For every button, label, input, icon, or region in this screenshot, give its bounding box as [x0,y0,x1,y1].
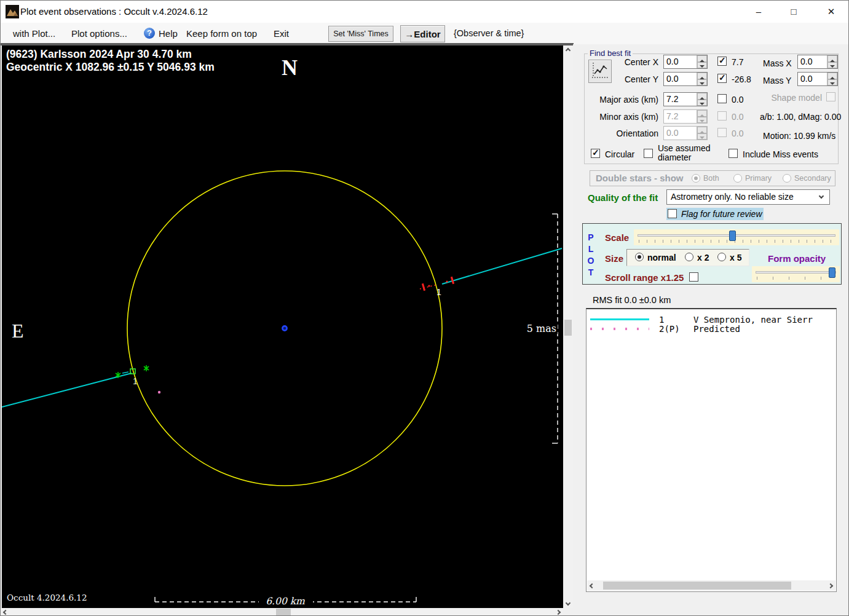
legend-sample-1 [590,315,652,324]
plot-header-line2: Geocentric X 1082.96 ±0.15 Y 5046.93 km [6,61,215,73]
app-icon [6,5,19,18]
major-axis-label: Major axis (km) [586,95,658,105]
plot-version-label: Occult 4.2024.6.12 [7,593,87,602]
menu-exit[interactable]: Exit [274,28,289,39]
legend-sample-2 [590,324,652,333]
ab-dmag-label: a/b: 1.00, dMag: 0.00 [760,112,840,122]
double-stars-title: Double stars - show [596,173,684,183]
close-button[interactable]: ✕ [821,4,842,19]
chord1-left-label: 1 [133,376,138,386]
use-assumed-diameter-checkbox[interactable] [644,149,653,158]
title-bar: Plot event observations : Occult v.4.202… [1,1,848,23]
major-axis-up-icon[interactable] [697,93,707,100]
mass-x-down-icon[interactable] [827,62,837,69]
include-miss-events-checkbox[interactable] [729,149,738,158]
double-stars-secondary-label: Secondary [794,174,831,183]
center-y-field[interactable]: 0.0 [663,72,708,86]
menu-help[interactable]: Help [159,28,178,39]
fit-x-checkbox[interactable] [717,57,727,66]
scale-slider[interactable] [634,229,839,245]
size-x5-radio[interactable] [717,253,726,261]
flag-review-row: Flag for future review [666,208,764,220]
double-stars-both-radio [692,174,700,183]
scroll-range-checkbox[interactable] [689,272,698,282]
fit-y-checkbox[interactable] [717,74,727,83]
scroll-right-icon[interactable] [553,608,563,616]
north-label: N [282,55,298,80]
minor-axis-label: Minor axis (km) [586,112,658,122]
menu-keep-on-top[interactable]: Keep form on top [186,28,257,39]
legend-scroll-left-icon[interactable] [587,580,597,591]
form-opacity-label: Form opacity [768,253,826,264]
plot-vertical-scrollbar[interactable] [563,45,573,608]
minor-axis-field: 7.2 [663,109,708,124]
mass-y-up-icon[interactable] [827,73,837,79]
menu-with-plot[interactable]: with Plot... [13,28,55,39]
horizontal-scroll-thumb[interactable] [276,609,291,616]
size-x5-label: x 5 [730,253,741,263]
center-x-field[interactable]: 0.0 [663,55,708,69]
legend-scroll-thumb[interactable] [603,582,791,590]
help-icon[interactable]: ? [144,28,155,39]
scroll-up-icon[interactable] [563,45,573,55]
mass-x-field[interactable]: 0.0 [797,55,838,69]
maximize-button[interactable]: □ [783,4,804,19]
major-axis-field[interactable]: 7.2 [663,92,708,106]
scale-slider-thumb[interactable] [729,231,736,241]
plot-vertical-title: P L O T [586,232,595,278]
find-best-fit-title: Find best fit [588,49,633,58]
center-y-up-icon[interactable] [697,73,707,79]
occultation-plot[interactable]: 1 1 (9623) Karlsson 2024 Apr 30 4.70 km … [2,45,563,608]
fit-major-checkbox[interactable] [717,94,727,103]
chord1-right-label: 1 [436,287,441,297]
fit-minor-checkbox [717,111,727,120]
size-normal-radio[interactable] [635,253,644,261]
circular-checkbox[interactable] [591,149,600,158]
center-x-up-icon[interactable] [697,55,707,62]
form-opacity-slider-thumb[interactable] [829,267,835,278]
include-miss-events-label: Include Miss events [743,149,818,159]
menu-bar: with Plot... Plot options... ? Help Keep… [1,23,848,44]
quality-dropdown[interactable]: Astrometry only. No reliable size [666,189,830,205]
chord1-left-segment [2,373,132,407]
double-stars-primary-radio [733,174,742,183]
orientation-field: 0.0 [663,126,708,140]
legend-horizontal-scrollbar[interactable] [587,580,835,591]
mass-x-up-icon[interactable] [827,55,837,62]
set-miss-times-button[interactable]: Set 'Miss' Times [328,26,393,42]
fit-major-value: 0.0 [732,95,743,105]
legend-scroll-right-icon[interactable] [826,580,835,591]
mass-y-down-icon[interactable] [827,79,837,86]
center-y-label: Center Y [586,74,658,84]
predicted-point [158,391,160,393]
fit-orientation-value: 0.0 [732,128,743,138]
mass-x-label: Mass X [763,58,792,68]
app-window: Plot event observations : Occult v.4.202… [0,0,849,616]
scroll-down-icon[interactable] [563,598,573,608]
double-stars-both-label: Both [703,174,719,183]
center-y-down-icon[interactable] [697,79,707,86]
quality-label: Quality of the fit [588,192,658,203]
shape-model-label: Shape model [763,93,822,103]
major-axis-down-icon[interactable] [697,100,707,106]
center-x-down-icon[interactable] [697,62,707,69]
size-label: Size [605,253,623,264]
vertical-scroll-thumb[interactable] [564,320,572,336]
orientation-label: Orientation [586,128,658,138]
center-x-label: Center X [586,57,658,67]
plot-horizontal-scrollbar[interactable] [1,608,563,616]
legend-entry-1: 1V Sempronio, near Sierr [659,315,813,325]
form-opacity-slider[interactable] [752,266,840,282]
minimize-button[interactable]: – [748,4,769,19]
flag-review-checkbox[interactable] [668,209,677,218]
scroll-left-icon[interactable] [1,608,10,616]
scroll-range-label: Scroll range x1.25 [605,272,684,283]
shape-model-checkbox [826,92,835,101]
fit-orientation-checkbox [717,128,727,137]
editor-button[interactable]: →Editor [400,25,445,42]
size-x2-radio[interactable] [685,253,693,261]
mass-y-field[interactable]: 0.0 [797,72,838,86]
legend-list[interactable]: 1V Sempronio, near Sierr 2(P)Predicted [586,308,837,592]
use-assumed-diameter-label: Use assumed diameter [658,144,714,162]
menu-plot-options[interactable]: Plot options... [71,28,127,39]
